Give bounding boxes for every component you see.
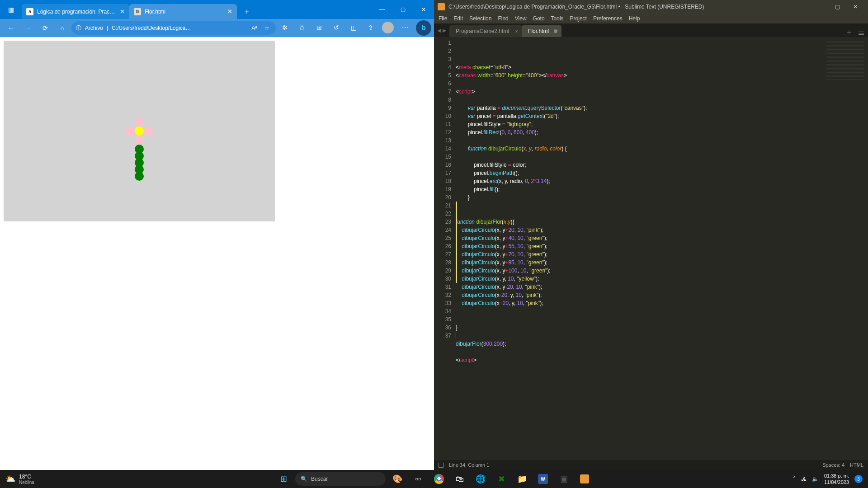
code-line[interactable]: </script> bbox=[456, 356, 823, 364]
close-button[interactable]: ✕ bbox=[846, 4, 864, 10]
code-line[interactable]: var pincel = pantalla.getContext("2d"); bbox=[456, 112, 823, 120]
code-line[interactable] bbox=[456, 307, 823, 315]
taskbar-search[interactable]: 🔍 Buscar bbox=[295, 472, 386, 486]
maximize-button[interactable]: ▢ bbox=[828, 4, 846, 10]
code-line[interactable] bbox=[456, 332, 823, 340]
status-syntax[interactable]: HTML bbox=[850, 462, 863, 468]
code-line[interactable]: <script> bbox=[456, 88, 823, 96]
tab-history-nav[interactable]: ◀ ▶ bbox=[434, 23, 449, 37]
refresh-button[interactable]: ⟳ bbox=[37, 21, 53, 35]
new-tab-button[interactable]: ＋ bbox=[844, 28, 854, 37]
favorites-button[interactable]: ✩ bbox=[294, 20, 310, 35]
code-line[interactable]: dibujarCirculo(x, y+70, 10, "green"); bbox=[456, 250, 823, 258]
code-line[interactable]: pincel.beginPath(); bbox=[456, 169, 823, 177]
code-line[interactable]: dibujarCirculo(x, y+85, 10, "green"); bbox=[456, 258, 823, 267]
status-position[interactable]: Line 34, Column 1 bbox=[449, 462, 489, 468]
new-tab-button[interactable]: ＋ bbox=[240, 5, 254, 19]
back-button[interactable]: ← bbox=[3, 21, 19, 35]
tab-actions-button[interactable]: ▥ bbox=[0, 0, 22, 19]
menu-edit[interactable]: Edit bbox=[453, 15, 463, 22]
code-line[interactable] bbox=[456, 202, 823, 210]
tab-menu-button[interactable] bbox=[857, 29, 865, 37]
code-line[interactable] bbox=[456, 80, 823, 88]
more-button[interactable]: ⋯ bbox=[397, 20, 413, 35]
status-panel-button[interactable] bbox=[439, 463, 443, 468]
code-line[interactable]: dibujarFlor(300,200); bbox=[456, 340, 823, 348]
code-line[interactable]: } bbox=[456, 324, 823, 332]
info-icon[interactable]: ⓘ bbox=[76, 24, 81, 32]
home-button[interactable]: ⌂ bbox=[54, 21, 71, 35]
status-indent[interactable]: Spaces: 4 bbox=[822, 462, 844, 468]
bing-chat-button[interactable]: b bbox=[416, 20, 431, 36]
app-edge[interactable]: 🌐 bbox=[472, 470, 490, 488]
code-line[interactable] bbox=[456, 315, 823, 324]
code-line[interactable]: pincel.fillRect(0, 0, 600, 400); bbox=[456, 128, 823, 136]
history-button[interactable]: ↺ bbox=[328, 20, 344, 35]
code-line[interactable]: dibujarCirculo(x, y-20, 10, "pink"); bbox=[456, 283, 823, 291]
menu-view[interactable]: View bbox=[515, 15, 527, 22]
code-line[interactable]: } bbox=[456, 193, 823, 202]
task-view-button[interactable]: ▫▫ bbox=[409, 470, 427, 488]
code-line[interactable]: <canvas width="600" height="400"></canva… bbox=[456, 71, 823, 80]
tray-volume-icon[interactable]: 🔈 bbox=[812, 476, 819, 482]
tab-flor[interactable]: 🗎 Flor.html ✕ bbox=[129, 4, 237, 19]
close-icon[interactable]: × bbox=[515, 28, 518, 34]
favorite-button[interactable]: ☆ bbox=[263, 25, 271, 31]
menu-file[interactable]: File bbox=[439, 15, 447, 22]
collections-button[interactable]: ⊞ bbox=[311, 20, 327, 35]
code-line[interactable]: <meta charset="utf-8"> bbox=[456, 63, 823, 71]
address-bar[interactable]: ⓘ Archivo | C:/Users/fredd/Desktop/Logic… bbox=[71, 21, 276, 35]
tab-logica[interactable]: a Lógica de programación: Practi… ✕ bbox=[22, 4, 129, 19]
code-line[interactable]: dibujarCirculo(x-20, y, 10, "pink"); bbox=[456, 291, 823, 299]
tray-network-icon[interactable]: 🖧 bbox=[801, 476, 807, 482]
code-line[interactable]: dibujarCirculo(x, y+100, 10, "green"); bbox=[456, 267, 823, 275]
menu-selection[interactable]: Selection bbox=[469, 15, 491, 22]
menu-find[interactable]: Find bbox=[498, 15, 508, 22]
code-area[interactable]: <meta charset="utf-8"><canvas width="600… bbox=[456, 37, 823, 460]
notifications-badge[interactable]: 3 bbox=[854, 475, 863, 483]
app-sublime[interactable] bbox=[576, 470, 594, 488]
forward-button[interactable]: → bbox=[20, 21, 36, 35]
widgets-button[interactable]: 🎨 bbox=[388, 470, 406, 488]
weather-widget[interactable]: ⛅ 18°C Neblina bbox=[0, 474, 40, 485]
code-line[interactable]: var pantalla = document.querySelector("c… bbox=[456, 104, 823, 112]
code-line[interactable] bbox=[456, 96, 823, 104]
code-line[interactable] bbox=[456, 153, 823, 161]
menu-tools[interactable]: Tools bbox=[551, 15, 564, 22]
code-line[interactable]: pincel.fillStyle = color; bbox=[456, 161, 823, 169]
code-line[interactable]: pincel.fillStyle = "lightgray"; bbox=[456, 120, 823, 128]
app-terminal[interactable]: ▣ bbox=[555, 470, 573, 488]
app-word[interactable]: W bbox=[534, 470, 552, 488]
extensions-button[interactable]: ✲ bbox=[277, 20, 293, 35]
menu-help[interactable]: Help bbox=[629, 15, 640, 22]
app-chrome[interactable] bbox=[430, 470, 448, 488]
minimap[interactable] bbox=[823, 37, 868, 460]
close-icon[interactable]: ✕ bbox=[227, 8, 232, 15]
app-xbox[interactable]: ✖ bbox=[492, 470, 510, 488]
code-line[interactable]: dibujarCirculo(x, y+20, 10, "pink"); bbox=[456, 226, 823, 234]
tab-flor[interactable]: Flor.html bbox=[522, 25, 561, 37]
code-line[interactable]: dibujarCirculo(x+20, y, 10, "pink"); bbox=[456, 299, 823, 307]
menu-preferences[interactable]: Preferences bbox=[593, 15, 623, 22]
code-line[interactable]: function dibujarFlor(x,y){ bbox=[456, 218, 823, 226]
code-line[interactable] bbox=[456, 136, 823, 145]
code-line[interactable]: dibujarCirculo(x, y+55, 10, "green"); bbox=[456, 242, 823, 250]
maximize-button[interactable]: ▢ bbox=[392, 0, 413, 19]
minimize-button[interactable]: — bbox=[810, 4, 828, 10]
code-line[interactable] bbox=[456, 348, 823, 356]
minimize-button[interactable]: — bbox=[372, 0, 392, 19]
app-explorer[interactable]: 📁 bbox=[513, 470, 531, 488]
share-button[interactable]: ⇪ bbox=[363, 20, 379, 35]
read-aloud-button[interactable]: Aª bbox=[250, 25, 259, 31]
menu-project[interactable]: Project bbox=[570, 15, 587, 22]
menu-goto[interactable]: Goto bbox=[533, 15, 545, 22]
sublime-editor[interactable]: 1234567891011121314151617181920212223242… bbox=[434, 37, 868, 460]
tray-chevron[interactable]: ˄ bbox=[793, 476, 796, 482]
code-line[interactable]: function dibujarCirculo(x, y, radio, col… bbox=[456, 145, 823, 153]
close-button[interactable]: ✕ bbox=[413, 0, 434, 19]
code-line[interactable]: dibujarCirculo(x, y+40, 10, "green"); bbox=[456, 234, 823, 242]
start-button[interactable]: ⊞ bbox=[274, 470, 292, 488]
sublime-titlebar[interactable]: C:\Users\fredd\Desktop\Logica de Program… bbox=[434, 0, 868, 14]
app-store[interactable]: 🛍 bbox=[451, 470, 469, 488]
profile-button[interactable] bbox=[380, 20, 396, 35]
